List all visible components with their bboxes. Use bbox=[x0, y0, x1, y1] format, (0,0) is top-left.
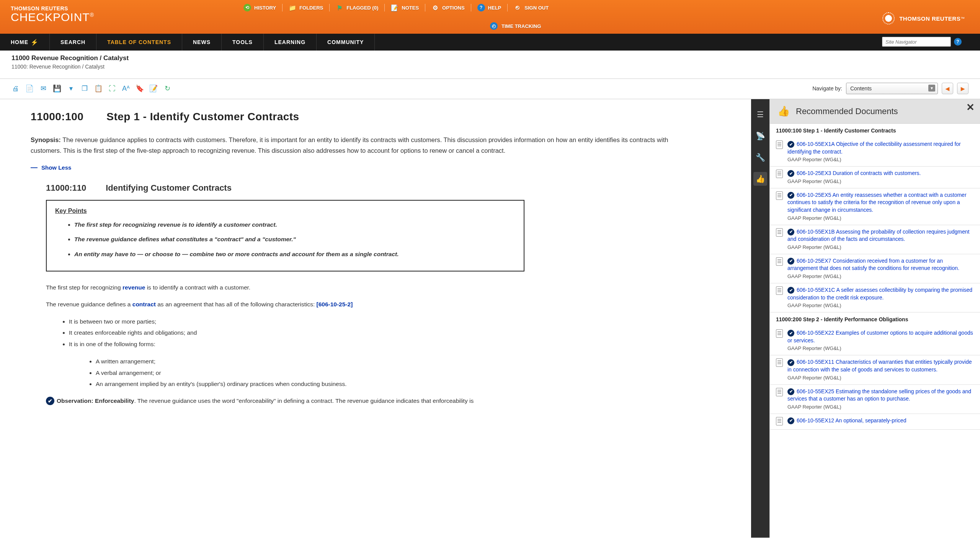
antenna-icon[interactable]: 📡 bbox=[753, 129, 767, 143]
list-item: A verbal arrangement; or bbox=[96, 367, 697, 378]
nav-community[interactable]: COMMUNITY bbox=[317, 34, 375, 51]
utility-bar: ⟲HISTORY 📁FOLDERS ⚑FLAGGED (0) 📝NOTES ⚙O… bbox=[237, 4, 555, 11]
rec-section-title: 11000:100 Step 1 - Identify Customer Con… bbox=[770, 124, 980, 137]
show-less-toggle[interactable]: — Show Less bbox=[31, 164, 728, 172]
wrench-icon[interactable]: 🔧 bbox=[753, 150, 767, 164]
navigate-by-select[interactable]: Contents bbox=[846, 83, 938, 94]
help-link[interactable]: ?HELP bbox=[471, 4, 508, 11]
history-link[interactable]: ⟲HISTORY bbox=[237, 4, 283, 11]
rec-item: ✔606-10-25EX3 Duration of contracts with… bbox=[770, 167, 980, 188]
doc-path-title: 11000 Revenue Recognition / Catalyst bbox=[11, 54, 969, 62]
signout-link[interactable]: ⎋SIGN OUT bbox=[508, 4, 555, 11]
synopsis: Synopsis: The revenue guidance applies t… bbox=[31, 134, 701, 156]
nav-search[interactable]: SEARCH bbox=[50, 34, 96, 51]
rec-item-link[interactable]: ✔606-10-55EX11 Characteristics of warran… bbox=[787, 358, 974, 373]
notes-link[interactable]: 📝NOTES bbox=[385, 4, 425, 11]
save-icon[interactable]: 💾 bbox=[53, 84, 61, 93]
nav-news[interactable]: NEWS bbox=[182, 34, 222, 51]
section-title: Step 1 - Identify Customer Contracts bbox=[106, 111, 299, 123]
thumb-icon: 👍 bbox=[777, 105, 790, 117]
rec-section-title: 11000:200 Step 2 - Identify Performance … bbox=[770, 312, 980, 326]
text-size-icon[interactable]: Aᴬ bbox=[122, 84, 130, 93]
subsection-heading: 11000:110 Identifying Customer Contracts bbox=[46, 183, 697, 193]
subsection: 11000:110 Identifying Customer Contracts… bbox=[46, 183, 697, 406]
rec-item-link[interactable]: ✔606-10-55EX1C A seller assesses collect… bbox=[787, 286, 974, 301]
flagged-link[interactable]: ⚑FLAGGED (0) bbox=[330, 4, 385, 11]
time-tracking-link[interactable]: ◴TIME TRACKING bbox=[490, 22, 541, 30]
brand-logo-icon bbox=[882, 12, 895, 25]
folders-link[interactable]: 📁FOLDERS bbox=[283, 4, 330, 11]
section-id: 11000:100 bbox=[31, 111, 103, 123]
rec-item: ✔606-10-55EX12 An optional, separately-p… bbox=[770, 414, 980, 430]
document-icon bbox=[776, 286, 783, 295]
check-icon: ✔ bbox=[787, 192, 794, 199]
section-heading: 11000:100 Step 1 - Identify Customer Con… bbox=[31, 111, 728, 123]
email-icon[interactable]: ✉ bbox=[39, 84, 47, 93]
rec-item: ✔606-10-55EX1B Assessing the probability… bbox=[770, 225, 980, 254]
fullscreen-icon[interactable]: ⛶ bbox=[108, 84, 116, 93]
thumbs-up-icon[interactable]: 👍 bbox=[753, 172, 767, 186]
rec-item-link[interactable]: ✔606-10-25EX7 Consideration received fro… bbox=[787, 257, 974, 272]
navigate-by-group: Navigate by: Contents ◀ ▶ bbox=[812, 83, 969, 94]
key-point: An entity may have to — or choose to — c… bbox=[74, 249, 515, 259]
nav-home[interactable]: HOME⚡ bbox=[0, 34, 50, 51]
list-item: It is in one of the following forms: bbox=[69, 338, 697, 350]
contract-link[interactable]: contract bbox=[132, 301, 156, 307]
document-path-bar: 11000 Revenue Recognition / Catalyst 110… bbox=[0, 51, 980, 79]
document-icon bbox=[776, 329, 783, 338]
check-icon: ✔ bbox=[787, 388, 794, 395]
note-icon[interactable]: 📝 bbox=[149, 84, 158, 93]
rec-item-source: GAAP Reporter (WG&L) bbox=[787, 178, 974, 184]
nav-toc[interactable]: TABLE OF CONTENTS bbox=[96, 34, 182, 51]
rec-item-link[interactable]: ✔606-10-55EX1A Objective of the collecti… bbox=[787, 141, 974, 155]
refresh-icon[interactable]: ↻ bbox=[163, 84, 172, 93]
folder-icon: 📁 bbox=[289, 4, 296, 11]
check-icon: ✔ bbox=[787, 287, 794, 294]
check-icon: ✔ bbox=[787, 417, 794, 424]
check-icon: ✔ bbox=[787, 359, 794, 366]
help-icon: ? bbox=[477, 4, 485, 11]
document-icon[interactable]: 📄 bbox=[25, 84, 34, 93]
right-icon-rail: ☰ 📡 🔧 👍 bbox=[751, 99, 769, 538]
clipboard-icon[interactable]: 📋 bbox=[94, 84, 103, 93]
bookmark-icon[interactable]: 🔖 bbox=[136, 84, 144, 93]
clock-icon: ◴ bbox=[490, 22, 498, 30]
open-window-icon[interactable]: ❐ bbox=[80, 84, 89, 93]
citation-link[interactable]: [606-10-25-2] bbox=[317, 301, 353, 307]
document-toolbar: 🖨 📄 ✉ 💾 ▾ ❐ 📋 ⛶ Aᴬ 🔖 📝 ↻ Navigate by: Co… bbox=[0, 79, 980, 99]
tool-icon-group: 🖨 📄 ✉ 💾 ▾ ❐ 📋 ⛶ Aᴬ 🔖 📝 ↻ bbox=[11, 84, 172, 93]
recommended-panel: 👍 Recommended Documents ✕ 11000:100 Step… bbox=[769, 99, 980, 538]
document-content: 11000:100 Step 1 - Identify Customer Con… bbox=[0, 99, 751, 538]
check-icon: ✔ bbox=[787, 330, 794, 337]
nav-learning[interactable]: LEARNING bbox=[264, 34, 317, 51]
nav-next-button[interactable]: ▶ bbox=[957, 83, 969, 94]
rec-item-source: GAAP Reporter (WG&L) bbox=[787, 215, 974, 221]
close-icon[interactable]: ✕ bbox=[966, 101, 975, 113]
characteristics-list: It is between two or more parties; It cr… bbox=[69, 316, 697, 350]
history-icon: ⟲ bbox=[243, 4, 251, 11]
list-item: An arrangement implied by an entity's (s… bbox=[96, 378, 697, 389]
rec-item-link[interactable]: ✔606-10-55EX22 Examples of customer opti… bbox=[787, 329, 974, 344]
rec-item-link[interactable]: ✔606-10-25EX3 Duration of contracts with… bbox=[787, 170, 974, 177]
key-points-box: Key Points The first step for recognizin… bbox=[46, 200, 524, 271]
navigate-by-label: Navigate by: bbox=[812, 85, 842, 92]
rec-item-link[interactable]: ✔606-10-55EX12 An optional, separately-p… bbox=[787, 417, 974, 425]
rec-item-link[interactable]: ✔606-10-25EX5 An entity reassesses wheth… bbox=[787, 191, 974, 214]
check-icon: ✔ bbox=[787, 258, 794, 265]
revenue-link[interactable]: revenue bbox=[122, 284, 145, 291]
list-icon[interactable]: ☰ bbox=[753, 108, 767, 121]
rec-item-source: GAAP Reporter (WG&L) bbox=[787, 244, 974, 250]
nav-prev-button[interactable]: ◀ bbox=[942, 83, 953, 94]
site-navigator-input[interactable] bbox=[882, 37, 951, 47]
document-icon bbox=[776, 141, 783, 149]
document-icon bbox=[776, 170, 783, 178]
print-icon[interactable]: 🖨 bbox=[11, 84, 20, 93]
nav-tools[interactable]: TOOLS bbox=[222, 34, 264, 51]
rec-item-link[interactable]: ✔606-10-55EX25 Estimating the standalone… bbox=[787, 388, 974, 403]
document-icon bbox=[776, 388, 783, 396]
options-link[interactable]: ⚙OPTIONS bbox=[425, 4, 471, 11]
rec-item: ✔606-10-55EX1A Objective of the collecti… bbox=[770, 137, 980, 167]
dropdown-icon[interactable]: ▾ bbox=[67, 84, 75, 93]
rec-item-link[interactable]: ✔606-10-55EX1B Assessing the probability… bbox=[787, 228, 974, 243]
site-nav-help-icon[interactable]: ? bbox=[954, 38, 962, 46]
